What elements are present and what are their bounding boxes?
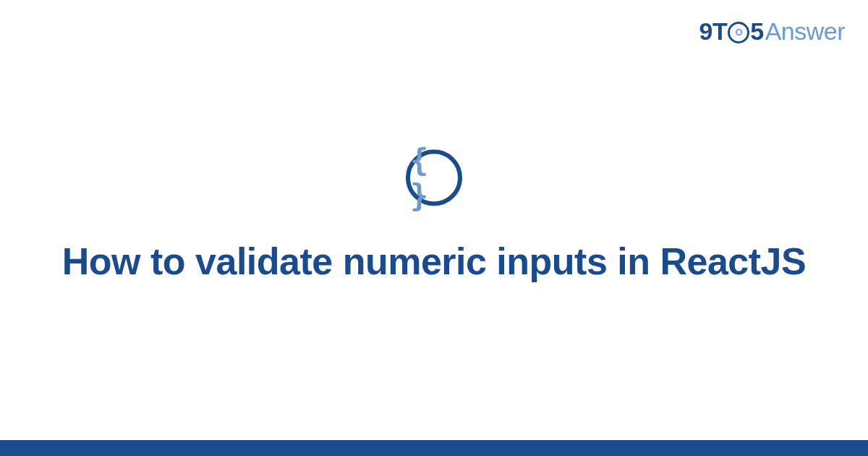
brand-answer: Answer — [765, 17, 845, 46]
brand-t: T — [712, 17, 727, 46]
brand-logo: 9 T O 5 Answer — [699, 17, 846, 46]
braces-glyph: { } — [410, 143, 458, 214]
code-braces-icon: { } — [406, 150, 462, 206]
footer-accent-bar — [0, 440, 868, 456]
brand-nine: 9 — [699, 17, 712, 46]
brand-clock-inner: O — [735, 27, 742, 38]
main-content: { } How to validate numeric inputs in Re… — [0, 150, 868, 285]
brand-five: 5 — [750, 17, 763, 46]
page-title: How to validate numeric inputs in ReactJ… — [62, 238, 806, 285]
brand-clock-icon: O — [728, 22, 749, 43]
